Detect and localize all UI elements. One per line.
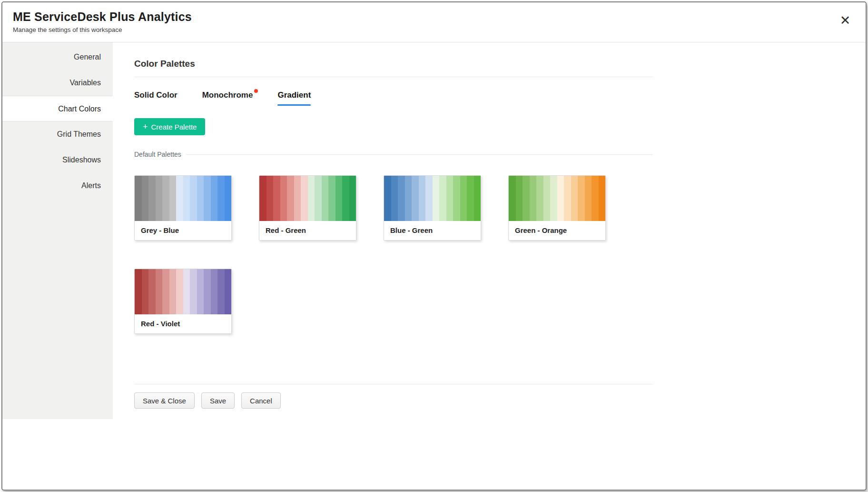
page-title: Color Palettes <box>134 59 653 69</box>
sidebar-item-grid-themes[interactable]: Grid Themes <box>2 121 113 147</box>
color-stripe <box>148 269 156 314</box>
color-stripe <box>225 269 232 314</box>
color-stripe <box>384 176 391 221</box>
color-stripe <box>536 176 543 221</box>
palette-name: Red - Green <box>259 221 356 240</box>
color-stripe <box>592 176 599 221</box>
palette-card-green-orange[interactable]: Green - Orange <box>508 175 606 241</box>
palette-grid: Grey - BlueRed - GreenBlue - GreenGreen … <box>134 175 653 334</box>
sidebar-item-variables[interactable]: Variables <box>2 70 113 96</box>
color-stripe <box>162 176 169 221</box>
color-stripe <box>156 269 163 314</box>
color-stripe <box>342 176 349 221</box>
color-stripe <box>280 176 287 221</box>
sidebar-item-chart-colors[interactable]: Chart Colors <box>2 96 113 121</box>
color-stripe <box>315 176 322 221</box>
color-stripe <box>169 176 177 221</box>
color-stripe <box>190 269 197 314</box>
color-stripe <box>148 176 156 221</box>
color-stripe <box>453 176 460 221</box>
color-stripe <box>301 176 308 221</box>
footer-divider <box>134 384 653 384</box>
tab-solid-color[interactable]: Solid Color <box>134 90 178 106</box>
color-stripe <box>308 176 315 221</box>
dialog-body: GeneralVariablesChart ColorsGrid ThemesS… <box>2 42 866 419</box>
tab-label: Gradient <box>277 90 311 100</box>
screen: ME ServiceDesk Plus Analytics Manage the… <box>0 0 868 492</box>
color-stripe <box>183 269 190 314</box>
palette-swatch <box>135 176 231 221</box>
cancel-button[interactable]: Cancel <box>241 392 281 409</box>
plus-icon: + <box>143 122 148 131</box>
color-stripe <box>287 176 294 221</box>
color-stripe <box>204 176 211 221</box>
section-label: Default Palettes <box>134 151 181 158</box>
color-stripe <box>439 176 446 221</box>
color-stripe <box>578 176 585 221</box>
color-stripe <box>176 176 183 221</box>
color-stripe <box>225 176 232 221</box>
save-button[interactable]: Save <box>201 392 235 409</box>
color-stripe <box>183 176 190 221</box>
color-stripe <box>266 176 274 221</box>
sidebar-item-alerts[interactable]: Alerts <box>2 173 113 199</box>
palette-swatch <box>135 269 231 314</box>
color-stripe <box>557 176 564 221</box>
color-stripe <box>599 176 606 221</box>
color-stripe <box>162 269 169 314</box>
close-icon[interactable]: ✕ <box>837 13 853 29</box>
palette-swatch <box>509 176 605 221</box>
color-stripe <box>135 176 142 221</box>
color-stripe <box>523 176 530 221</box>
color-stripe <box>169 269 177 314</box>
color-stripe <box>273 176 280 221</box>
color-stripe <box>467 176 474 221</box>
color-stripe <box>398 176 405 221</box>
palette-name: Blue - Green <box>384 221 481 240</box>
palette-card-grey-blue[interactable]: Grey - Blue <box>134 175 232 241</box>
color-stripe <box>211 269 218 314</box>
color-stripe <box>419 176 426 221</box>
color-stripe <box>204 269 211 314</box>
color-stripe <box>259 176 266 221</box>
palette-card-blue-green[interactable]: Blue - Green <box>384 175 481 241</box>
palette-name: Green - Orange <box>509 221 605 240</box>
sidebar: GeneralVariablesChart ColorsGrid ThemesS… <box>2 42 113 419</box>
color-stripe <box>564 176 571 221</box>
main-panel: Color Palettes Solid ColorMonochromeGrad… <box>113 42 866 419</box>
color-stripe <box>190 176 197 221</box>
color-stripe <box>294 176 301 221</box>
tab-gradient[interactable]: Gradient <box>277 90 311 106</box>
sidebar-item-general[interactable]: General <box>2 44 113 70</box>
color-stripe <box>349 176 356 221</box>
color-stripe <box>585 176 592 221</box>
color-stripe <box>433 176 440 221</box>
color-stripe <box>405 176 412 221</box>
tab-monochrome[interactable]: Monochrome <box>202 90 253 106</box>
sidebar-item-slideshows[interactable]: Slideshows <box>2 147 113 173</box>
section-divider <box>186 154 653 155</box>
palette-name: Grey - Blue <box>135 221 231 240</box>
color-stripe <box>142 176 149 221</box>
tab-bar: Solid ColorMonochromeGradient <box>134 90 653 106</box>
settings-dialog: ME ServiceDesk Plus Analytics Manage the… <box>1 1 867 491</box>
color-stripe <box>135 269 142 314</box>
color-stripe <box>197 176 204 221</box>
palette-swatch <box>384 176 481 221</box>
title-divider <box>134 77 653 77</box>
color-stripe <box>197 269 204 314</box>
palette-card-red-violet[interactable]: Red - Violet <box>134 269 232 334</box>
color-stripe <box>156 176 163 221</box>
save-close-button[interactable]: Save & Close <box>134 392 195 409</box>
color-stripe <box>412 176 419 221</box>
color-stripe <box>217 176 225 221</box>
palette-name: Red - Violet <box>135 314 231 333</box>
footer-buttons: Save & CloseSaveCancel <box>134 392 653 409</box>
create-palette-button[interactable]: + Create Palette <box>134 118 205 135</box>
palette-card-red-green[interactable]: Red - Green <box>259 175 356 241</box>
color-stripe <box>509 176 516 221</box>
dialog-header: ME ServiceDesk Plus Analytics Manage the… <box>2 2 866 42</box>
color-stripe <box>550 176 557 221</box>
dialog-subtitle: Manage the settings of this workspace <box>13 26 854 33</box>
color-stripe <box>335 176 343 221</box>
